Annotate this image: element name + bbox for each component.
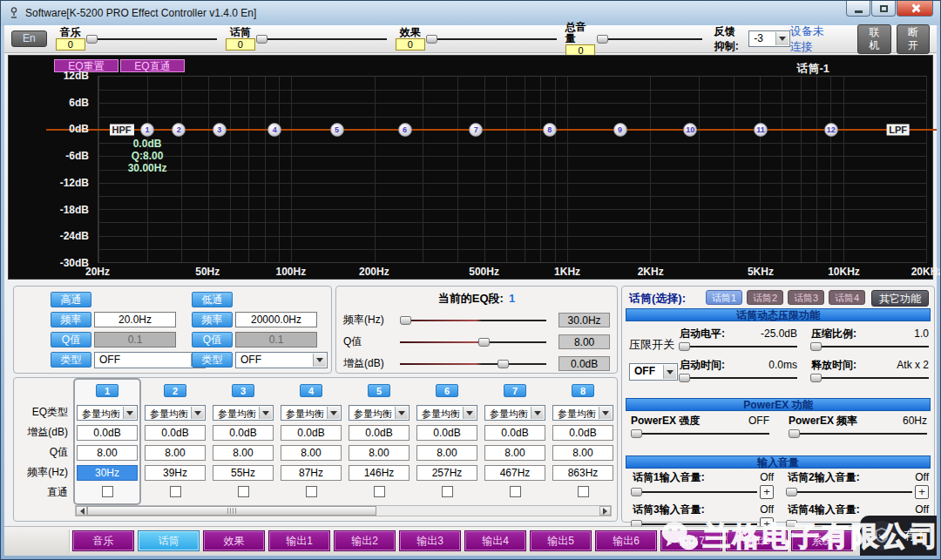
lpf-title-chip[interactable]: 低通 (192, 292, 233, 307)
slider-thumb[interactable] (679, 342, 690, 351)
chevron-down-icon[interactable] (775, 32, 789, 45)
bottom-tab-输出8[interactable]: 输出8 (726, 530, 788, 551)
param-slider[interactable] (400, 315, 547, 326)
bottom-tab-系统[interactable]: 系统 (791, 530, 853, 551)
chevron-down-icon[interactable] (191, 407, 204, 419)
slider-thumb[interactable] (810, 342, 822, 351)
eq-bypass-button[interactable]: EQ直通 (120, 59, 185, 72)
slider-thumb[interactable] (789, 429, 800, 438)
eq-point-11[interactable]: 11 (754, 123, 768, 137)
q-cell[interactable]: 8.00 (213, 445, 274, 461)
eq-point-8[interactable]: 8 (543, 123, 557, 137)
lpf-q-label[interactable]: Q值 (192, 332, 233, 347)
chevron-down-icon[interactable] (259, 407, 272, 419)
lpf-type-label[interactable]: 类型 (192, 352, 233, 368)
eq-point-2[interactable]: 2 (172, 123, 186, 137)
level-slider[interactable] (599, 34, 701, 44)
eq-point-12[interactable]: 12 (824, 123, 838, 137)
level-value-box[interactable]: 0 (226, 38, 255, 51)
band-number-chip[interactable]: 1 (96, 384, 118, 397)
chevron-down-icon[interactable] (395, 407, 408, 419)
param-slider[interactable] (680, 341, 797, 352)
lpf-type-dropdown[interactable]: OFF (235, 352, 328, 368)
slider-thumb[interactable] (86, 35, 98, 44)
eq-type-dropdown[interactable]: 参量均衡 (145, 405, 206, 421)
level-slider[interactable] (88, 34, 217, 44)
slider-thumb[interactable] (679, 374, 690, 382)
eq-point-5[interactable]: 5 (330, 123, 344, 137)
eq-type-dropdown[interactable]: 参量均衡 (552, 405, 613, 421)
band-number-chip[interactable]: 7 (504, 384, 526, 397)
bottom-tab-输出1[interactable]: 输出1 (268, 530, 330, 551)
bottom-tab-输出7[interactable]: 输出7 (660, 530, 722, 551)
hpf-freq-input[interactable]: 20.0Hz (94, 312, 176, 327)
close-button[interactable] (897, 1, 933, 17)
freq-cell[interactable]: 55Hz (213, 465, 274, 481)
bottom-tab-输出4[interactable]: 输出4 (464, 530, 526, 551)
chevron-down-icon[interactable] (531, 407, 544, 419)
minimize-button[interactable] (846, 1, 870, 17)
q-cell[interactable]: 8.00 (416, 445, 477, 461)
eq-point-9[interactable]: 9 (613, 123, 627, 137)
chevron-down-icon[interactable] (313, 354, 326, 367)
lpf-freq-input[interactable]: 20000.0Hz (235, 312, 317, 327)
bottom-tab-输出5[interactable]: 输出5 (530, 530, 592, 551)
bottom-tab-音乐[interactable]: 音乐 (72, 530, 134, 551)
eq-point-4[interactable]: 4 (267, 123, 281, 137)
hpf-q-label[interactable]: Q值 (51, 332, 91, 347)
bypass-checkbox[interactable] (442, 486, 453, 497)
eq-point-7[interactable]: 7 (469, 123, 483, 137)
freq-cell[interactable]: 146Hz (349, 465, 410, 481)
hpf-title-chip[interactable]: 高通 (51, 292, 91, 307)
gain-cell[interactable]: 0.0dB (552, 425, 613, 441)
band-number-chip[interactable]: 3 (232, 384, 254, 397)
chevron-down-icon[interactable] (463, 407, 476, 419)
chevron-down-icon[interactable] (599, 407, 612, 419)
bottom-tab-输出3[interactable]: 输出3 (399, 530, 461, 551)
param-slider[interactable] (400, 359, 547, 369)
bypass-checkbox[interactable] (510, 486, 521, 497)
slider-thumb[interactable] (426, 35, 437, 44)
lpf-marker[interactable]: LPF (886, 124, 910, 135)
slider-thumb[interactable] (478, 338, 490, 347)
q-cell[interactable]: 8.00 (281, 445, 342, 461)
slider-thumb[interactable] (256, 35, 267, 44)
other-functions-button[interactable]: 其它功能 (871, 290, 929, 307)
hpf-type-label[interactable]: 类型 (51, 352, 91, 368)
band-number-chip[interactable]: 4 (300, 384, 322, 397)
chevron-down-icon[interactable] (663, 365, 676, 379)
bypass-checkbox[interactable] (102, 486, 113, 497)
eq-point-10[interactable]: 10 (683, 123, 697, 137)
bottom-tab-效果[interactable]: 效果 (203, 530, 265, 551)
scroll-right-arrow[interactable] (599, 506, 611, 516)
level-value-box[interactable]: 0 (56, 38, 85, 51)
q-cell[interactable]: 8.00 (552, 445, 613, 461)
slider-thumb[interactable] (810, 374, 822, 382)
shield-icon[interactable] (867, 521, 897, 550)
plus-button[interactable]: + (760, 485, 774, 499)
bottom-tab-话筒[interactable]: 话筒 (138, 530, 200, 551)
param-slider[interactable] (811, 341, 929, 352)
hpf-type-dropdown[interactable]: OFF (94, 352, 206, 368)
eq-type-dropdown[interactable]: 参量均衡 (349, 405, 410, 421)
gain-cell[interactable]: 0.0dB (213, 425, 274, 441)
bypass-checkbox[interactable] (306, 486, 317, 497)
gain-cell[interactable]: 0.0dB (281, 425, 342, 441)
mic-select-button-1[interactable]: 话筒1 (706, 290, 742, 305)
param-slider[interactable] (633, 487, 757, 497)
scrollbar-thumb[interactable] (87, 506, 376, 516)
bottom-tab-输出6[interactable]: 输出6 (595, 530, 657, 551)
language-button[interactable]: En (11, 30, 47, 47)
slider-thumb[interactable] (786, 488, 797, 496)
chevron-down-icon[interactable] (123, 407, 136, 419)
bypass-checkbox[interactable] (374, 486, 385, 497)
slider-thumb[interactable] (400, 316, 411, 325)
q-cell[interactable]: 8.00 (484, 445, 545, 461)
param-slider[interactable] (680, 373, 797, 383)
plus-button[interactable]: + (915, 485, 929, 499)
lpf-freq-label[interactable]: 频率 (192, 312, 233, 327)
freq-cell[interactable]: 39Hz (145, 465, 206, 481)
param-slider[interactable] (788, 487, 912, 497)
scroll-left-arrow[interactable] (76, 506, 87, 516)
gain-cell[interactable]: 0.0dB (416, 425, 477, 441)
